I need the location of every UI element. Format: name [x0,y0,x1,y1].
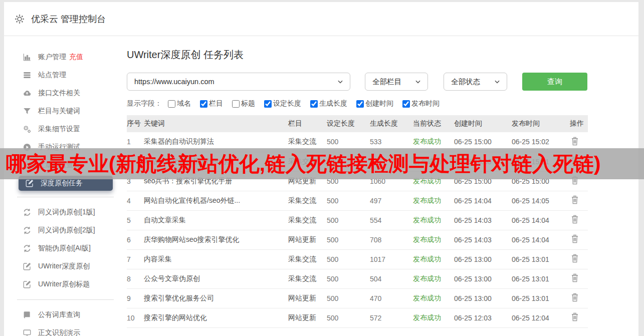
refresh-icon [23,226,32,235]
sidebar-divider [17,197,114,197]
sidebar-divider [17,299,114,300]
field-checkbox[interactable] [402,100,410,108]
cell-cat: 采集交流 [288,210,327,230]
cell-time: 06-25 14:03 [454,210,512,230]
filter-bar: https://www.ucaiyun.com 全部栏目 全部状态 [127,73,587,91]
book-icon [23,310,32,319]
sidebar-item[interactable]: 正文识别演示 [4,324,127,336]
sidebar-item-label: 公有词库查询 [38,310,80,319]
cell-cat: 网站更新 [288,288,327,308]
cell-time: 06-25 13:00 [454,288,512,308]
field-option[interactable]: 域名 [168,99,191,108]
sidebar-item[interactable]: 采集细节设置 [4,120,127,138]
gears-icon [23,125,32,134]
cell-num: 500 [327,191,370,210]
field-checkbox[interactable] [356,100,364,108]
field-option[interactable]: 创建时间 [356,99,393,108]
cell-num: 500 [327,230,370,249]
page-title: UWriter深度原创 任务列表 [127,48,587,62]
sidebar-item[interactable]: UWriter原创标题 [4,275,127,293]
edit-square-icon [23,262,32,271]
cell-status: 发布成功 [413,230,454,249]
sidebar-item[interactable]: 同义词伪原创[1版] [4,203,127,221]
sidebar-item[interactable]: 接口文件相关 [4,84,127,102]
site-select[interactable]: https://www.ucaiyun.com [127,73,350,91]
cell-actions [570,269,588,288]
chevron-down-icon [337,78,344,85]
field-checkbox[interactable] [264,100,272,108]
cell-num: 497 [370,191,413,210]
delete-task-button[interactable] [570,214,580,225]
delete-task-button[interactable] [570,136,580,147]
table-row: 4网站自动化宣传机器/seo外链...采集交流500497发布成功06-25 1… [127,191,588,210]
cell-cat: 采集交流 [288,269,327,288]
field-checkbox[interactable] [310,100,318,108]
delete-task-button[interactable] [570,292,580,303]
sidebar-item[interactable]: 账户管理充值 [4,48,127,66]
field-option[interactable]: 标题 [232,99,255,108]
trash-icon [570,272,579,281]
cell-time: 06-25 13:01 [512,269,570,288]
cell-cat: 采集交流 [288,249,327,269]
status-select[interactable]: 全部状态 [444,73,507,91]
delete-task-button[interactable] [570,272,580,283]
table-row: 10搜索引擎的网站优化网站更新500572发布成功06-25 12:0306-2… [127,308,588,327]
field-checkbox[interactable] [232,100,240,108]
chevron-down-icon [414,78,421,85]
cell-idx: 9 [127,288,144,308]
table-header-row: 序号关键词栏目设定长度生成长度当前状态创建时间发布时间操作 [127,115,588,132]
sidebar-item[interactable]: 站点管理 [4,66,127,84]
cell-actions [570,191,588,210]
cell-status: 发布成功 [413,288,454,308]
table-row: 6庆华购物网站seo搜索引擎优化网站更新500708发布成功06-25 14:0… [127,230,588,249]
main-content: UWriter深度原创 任务列表 https://www.ucaiyun.com… [127,36,587,335]
cell-kw: 搜索引擎优化服务公司 [144,288,288,308]
cell-num: 504 [370,269,413,288]
query-button[interactable]: 查询 [522,73,587,91]
cell-actions [570,288,588,308]
cell-num: 500 [327,308,370,327]
delete-task-button[interactable] [570,194,580,205]
funnel-icon [23,107,32,116]
field-option[interactable]: 栏目 [200,99,223,108]
field-checkbox[interactable] [200,100,207,108]
sidebar-item[interactable]: UWriter深度原创 [4,257,127,275]
field-option[interactable]: 发布时间 [402,99,440,108]
cell-num: 708 [370,230,413,249]
sidebar-item[interactable]: 智能伪原创[AI版] [4,239,127,257]
watermark-text: 哪家最专业(新航线新站优化,链入死链接检测与处理针对链入死链) [6,150,601,178]
field-option[interactable]: 设定长度 [264,99,301,108]
table-column-header: 关键词 [144,115,288,132]
cell-actions [570,308,588,327]
sidebar-item-label: 接口文件相关 [38,89,80,98]
sidebar-item[interactable]: 栏目与关键词 [4,102,127,120]
sidebar-item-label: 栏目与关键词 [38,107,80,116]
cell-actions [570,230,588,249]
field-checkbox[interactable] [168,100,175,108]
cell-kw: 庆华购物网站seo搜索引擎优化 [144,230,288,249]
delete-task-button[interactable] [570,233,580,244]
cell-num: 572 [370,308,413,327]
recharge-link[interactable]: 充值 [69,53,83,62]
cell-status: 发布成功 [413,308,454,327]
field-option[interactable]: 生成长度 [310,99,347,108]
sidebar-item[interactable]: 公有词库查询 [4,306,127,324]
cell-time: 06-25 13:01 [512,249,570,269]
cell-idx: 4 [127,191,144,210]
trash-icon [570,253,579,262]
sidebar-nav: 账户管理充值站点管理接口文件相关栏目与关键词采集细节设置手动运行测试文章数据查看… [4,36,127,335]
cell-num: 1017 [370,249,413,269]
cell-num: 470 [370,288,413,308]
delete-task-button[interactable] [570,311,580,322]
cell-actions [570,210,588,230]
trash-icon [570,136,579,145]
gear-icon [14,14,25,25]
table-column-header: 生成长度 [370,115,413,132]
cell-idx: 8 [127,269,144,288]
sidebar-item-label: UWriter原创标题 [38,280,90,289]
column-select[interactable]: 全部栏目 [365,73,428,91]
delete-task-button[interactable] [570,253,580,264]
sidebar-item[interactable]: 同义词伪原创[2版] [4,221,127,239]
cell-time: 06-25 13:01 [512,288,570,308]
status-select-value: 全部状态 [451,77,480,87]
